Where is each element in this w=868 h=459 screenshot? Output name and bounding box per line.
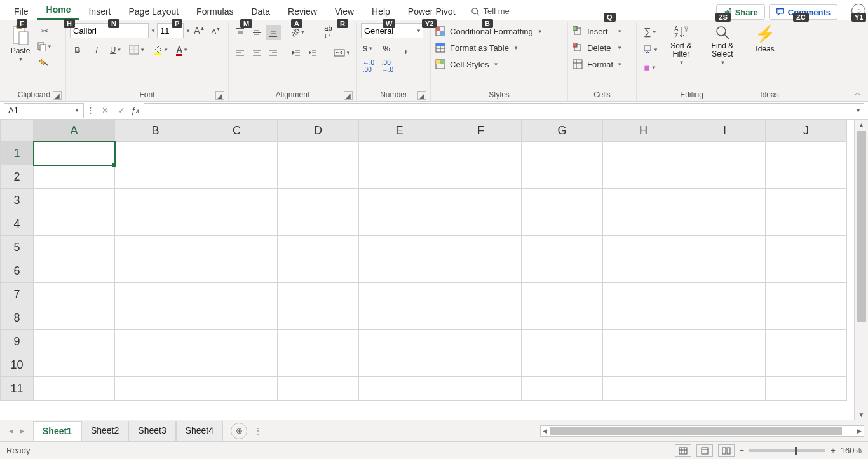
sheet-tab[interactable]: Sheet2 xyxy=(81,421,128,441)
cell[interactable] xyxy=(196,259,278,283)
collapse-ribbon-button[interactable]: ︿ xyxy=(854,88,862,99)
cell[interactable] xyxy=(440,212,522,236)
cell[interactable] xyxy=(278,377,359,401)
align-left-button[interactable] xyxy=(233,45,248,60)
column-header[interactable]: B xyxy=(115,120,196,142)
sort-filter-button[interactable]: AZ Sort & Filter▼ xyxy=(663,23,700,67)
paste-button[interactable]: Paste ▼ xyxy=(6,23,34,64)
percent-format-button[interactable]: % xyxy=(379,41,394,56)
comma-format-button[interactable]: , xyxy=(398,41,413,56)
clipboard-dialog-launcher[interactable]: ◢ xyxy=(53,91,62,100)
spreadsheet-grid[interactable]: ABCDEFGHIJ1234567891011 xyxy=(0,120,854,420)
tab-page-layout[interactable]: Page Layout xyxy=(119,3,187,20)
borders-button[interactable]: ▼ xyxy=(127,42,147,57)
formula-input[interactable] xyxy=(144,103,853,118)
cell[interactable] xyxy=(766,165,847,189)
cell[interactable] xyxy=(603,212,684,236)
align-center-button[interactable] xyxy=(249,45,264,60)
underline-button[interactable]: U▼ xyxy=(108,42,123,57)
row-header[interactable]: 1 xyxy=(1,142,34,165)
cell[interactable] xyxy=(522,283,603,306)
cell[interactable] xyxy=(766,236,847,259)
cell[interactable] xyxy=(359,236,440,259)
tab-view[interactable]: View xyxy=(326,3,363,20)
scroll-down-arrow[interactable]: ▼ xyxy=(855,409,868,420)
decrease-font-button[interactable]: A▼ xyxy=(208,23,224,38)
cell[interactable] xyxy=(766,306,847,330)
cell-styles-button[interactable]: Cell Styles▼ xyxy=(435,57,543,71)
cell[interactable] xyxy=(115,283,196,306)
row-header[interactable]: 7 xyxy=(1,283,34,306)
cell[interactable] xyxy=(359,353,440,377)
row-header[interactable]: 11 xyxy=(1,377,34,401)
page-layout-view-button[interactable] xyxy=(696,444,713,457)
column-header[interactable]: H xyxy=(603,120,684,142)
delete-cells-button[interactable]: Delete▼ xyxy=(572,41,622,55)
increase-font-button[interactable]: A▲ xyxy=(192,23,207,38)
find-select-button[interactable]: Find & Select▼ xyxy=(702,23,743,67)
sheet-tab[interactable]: Sheet1 xyxy=(33,421,81,441)
fx-icon[interactable]: ƒx xyxy=(131,106,140,115)
cell[interactable] xyxy=(34,142,115,165)
cell[interactable] xyxy=(115,212,196,236)
cell[interactable] xyxy=(684,236,766,259)
cell[interactable] xyxy=(196,306,278,330)
cell[interactable] xyxy=(440,283,522,306)
cell[interactable] xyxy=(684,189,766,212)
cell[interactable] xyxy=(440,330,522,353)
sheet-tab[interactable]: Sheet4 xyxy=(176,421,223,441)
cell[interactable] xyxy=(440,353,522,377)
cell[interactable] xyxy=(278,330,359,353)
cell[interactable] xyxy=(196,165,278,189)
cell[interactable] xyxy=(359,259,440,283)
cell[interactable] xyxy=(278,353,359,377)
page-break-view-button[interactable] xyxy=(718,444,735,457)
column-header[interactable]: D xyxy=(278,120,359,142)
cell[interactable] xyxy=(684,259,766,283)
bold-button[interactable]: B xyxy=(70,42,85,57)
cell[interactable] xyxy=(115,165,196,189)
cell[interactable] xyxy=(278,212,359,236)
cell[interactable] xyxy=(278,236,359,259)
row-header[interactable]: 3 xyxy=(1,189,34,212)
cell[interactable] xyxy=(684,353,766,377)
row-header[interactable]: 5 xyxy=(1,236,34,259)
sheet-nav-buttons[interactable]: ◂▸ xyxy=(0,426,33,435)
accounting-format-button[interactable]: $▼ xyxy=(361,41,375,56)
row-header[interactable]: 10 xyxy=(1,353,34,377)
increase-decimal-button[interactable]: ←.0.00 xyxy=(361,58,376,74)
cell[interactable] xyxy=(522,330,603,353)
zoom-in-button[interactable]: + xyxy=(831,446,836,455)
cut-button[interactable]: ✂ xyxy=(37,23,52,38)
cell[interactable] xyxy=(766,377,847,401)
name-box[interactable]: A1▼ xyxy=(4,103,84,118)
vertical-scroll-thumb[interactable] xyxy=(857,131,866,322)
tab-split-handle[interactable]: ⋮ xyxy=(247,426,269,436)
cell[interactable] xyxy=(34,306,115,330)
cell[interactable] xyxy=(440,306,522,330)
zoom-out-button[interactable]: − xyxy=(740,446,745,455)
align-right-button[interactable] xyxy=(266,45,281,60)
tab-file[interactable]: File xyxy=(5,3,37,20)
row-header[interactable]: 8 xyxy=(1,306,34,330)
tab-review[interactable]: Review xyxy=(279,3,326,20)
cell[interactable] xyxy=(766,353,847,377)
cell[interactable] xyxy=(196,377,278,401)
align-bottom-button[interactable] xyxy=(266,25,281,40)
cell[interactable] xyxy=(34,283,115,306)
cell[interactable] xyxy=(684,283,766,306)
number-dialog-launcher[interactable]: ◢ xyxy=(417,91,426,100)
zoom-slider[interactable] xyxy=(749,449,825,452)
cell[interactable] xyxy=(115,189,196,212)
cell[interactable] xyxy=(278,306,359,330)
cell[interactable] xyxy=(196,236,278,259)
cell[interactable] xyxy=(34,189,115,212)
cell[interactable] xyxy=(603,259,684,283)
cell[interactable] xyxy=(278,259,359,283)
cell[interactable] xyxy=(603,236,684,259)
cell[interactable] xyxy=(522,212,603,236)
merge-center-button[interactable]: ▼ xyxy=(332,45,353,60)
cell[interactable] xyxy=(766,259,847,283)
decrease-indent-button[interactable] xyxy=(288,45,304,60)
cell[interactable] xyxy=(766,330,847,353)
